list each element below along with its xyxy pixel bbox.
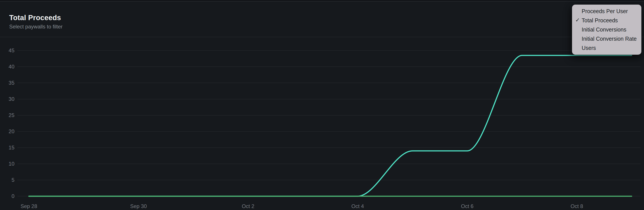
y-tick-label: 40 [8,64,14,70]
x-tick-label: Oct 4 [351,203,364,209]
proceeds-chart-card: Total Proceeds Select paywalls to filter… [0,0,644,210]
x-tick-label: Oct 2 [242,203,254,209]
menu-item-label: Proceeds Per User [582,8,628,14]
x-tick-label: Sep 28 [20,203,37,209]
x-tick-label: Oct 8 [570,203,583,209]
y-tick-label: 15 [8,144,14,150]
y-tick-label: 45 [8,48,14,54]
menu-item-proceeds-per-user[interactable]: Proceeds Per User [572,6,642,16]
y-tick-label: 35 [8,80,14,86]
y-tick-label: 10 [8,161,14,167]
y-tick-label: 0 [12,193,14,199]
menu-item-label: Total Proceeds [582,17,618,24]
checkmark-icon: ✓ [575,17,580,23]
series-line-total-proceeds [29,55,632,196]
menu-item-initial-conversion-rate[interactable]: Initial Conversion Rate [572,34,642,43]
x-tick-label: Oct 6 [461,203,474,209]
total-proceeds-line-chart[interactable]: 051015202530354045Sep 28Sep 30Oct 2Oct 4… [0,0,644,210]
y-tick-label: 25 [8,112,14,118]
y-tick-label: 20 [8,128,14,134]
menu-item-label: Users [582,45,596,51]
x-tick-label: Sep 30 [130,203,147,209]
menu-item-label: Initial Conversions [582,26,626,33]
metric-dropdown-menu: Proceeds Per User ✓ Total Proceeds Initi… [572,4,642,55]
y-tick-label: 5 [12,177,14,183]
y-tick-label: 30 [8,96,14,102]
menu-item-initial-conversions[interactable]: Initial Conversions [572,25,642,34]
menu-item-users[interactable]: Users [572,43,642,52]
menu-item-label: Initial Conversion Rate [582,36,637,42]
menu-item-total-proceeds[interactable]: ✓ Total Proceeds [572,16,642,25]
